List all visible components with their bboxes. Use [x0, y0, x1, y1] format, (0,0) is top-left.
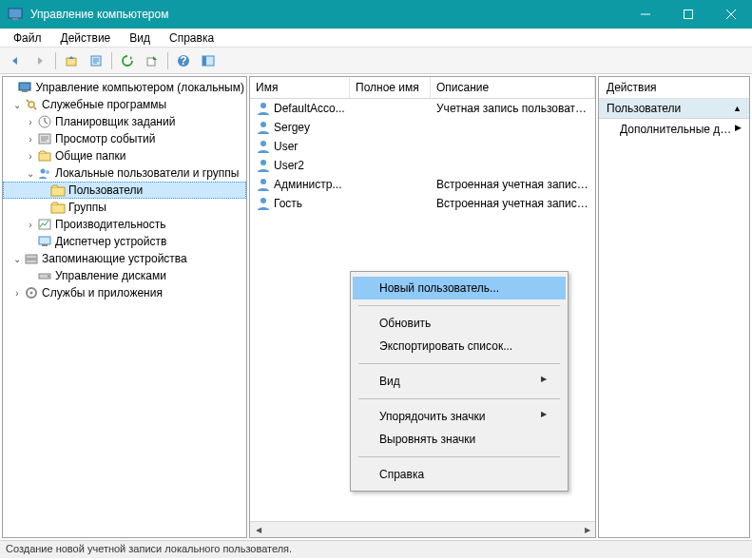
list-item[interactable]: Гость Встроенная учетная запись для ...: [250, 194, 595, 213]
ctx-arrange-icons[interactable]: Упорядочить значки▶: [353, 405, 566, 428]
tree-node-disk-management[interactable]: Управление дисками: [3, 267, 246, 284]
svg-text:?: ?: [180, 54, 186, 68]
show-hide-button[interactable]: [197, 50, 220, 71]
tree-node-storage[interactable]: ⌄ Запоминающие устройства: [3, 250, 246, 267]
ctx-help[interactable]: Справка: [353, 463, 566, 486]
svg-point-17: [46, 170, 49, 174]
tree-node-local-users-groups[interactable]: ⌄ Локальные пользователи и группы: [3, 164, 246, 182]
tree-node-performance[interactable]: › Производительность: [3, 216, 246, 233]
tree-node-groups[interactable]: Группы: [3, 199, 246, 216]
tree-node-root[interactable]: Управление компьютером (локальным): [3, 79, 246, 96]
svg-rect-18: [51, 187, 65, 196]
actions-more[interactable]: Дополнительные дей... ▶: [599, 119, 749, 140]
maximize-button[interactable]: [666, 0, 709, 29]
expander-icon[interactable]: ›: [24, 151, 37, 162]
performance-icon: [37, 217, 52, 232]
minimize-button[interactable]: [624, 0, 666, 29]
list-item[interactable]: User2: [250, 156, 595, 175]
expander-icon[interactable]: ›: [24, 134, 37, 145]
menu-action[interactable]: Действие: [51, 29, 121, 47]
svg-rect-19: [51, 204, 65, 213]
expander-icon[interactable]: ⌄: [10, 254, 24, 264]
user-icon: [256, 196, 271, 211]
services-icon: [24, 285, 39, 300]
folder-icon: [50, 200, 66, 215]
expander-icon[interactable]: ›: [10, 288, 24, 299]
ctx-align-icons[interactable]: Выровнять значки: [353, 428, 566, 451]
tree-node-task-scheduler[interactable]: › Планировщик заданий: [3, 113, 246, 130]
actions-header: Действия: [599, 77, 749, 99]
toolbar: ?: [0, 48, 752, 74]
context-menu: Новый пользователь... Обновить Экспортир…: [350, 271, 569, 492]
actions-category[interactable]: Пользователи ▲: [599, 99, 749, 119]
disk-icon: [37, 268, 52, 283]
ctx-export[interactable]: Экспортировать список...: [353, 335, 566, 357]
ctx-view[interactable]: Вид▶: [353, 370, 566, 393]
svg-point-26: [48, 276, 49, 278]
svg-rect-1: [12, 18, 18, 20]
svg-rect-9: [202, 56, 206, 66]
list-item[interactable]: Sergey: [250, 118, 595, 137]
close-button[interactable]: [709, 0, 752, 29]
chevron-right-icon: ▶: [541, 410, 547, 423]
user-icon: [256, 158, 271, 173]
tree-node-shared-folders[interactable]: › Общие папки: [3, 147, 246, 164]
user-icon: [256, 177, 271, 192]
expander-icon[interactable]: ⌄: [24, 168, 37, 179]
menu-file[interactable]: Файл: [4, 29, 51, 47]
svg-rect-21: [39, 237, 50, 244]
column-fullname[interactable]: Полное имя: [350, 77, 431, 98]
storage-icon: [24, 251, 39, 266]
horizontal-scrollbar[interactable]: ◀ ▶: [250, 521, 595, 537]
ctx-refresh[interactable]: Обновить: [353, 312, 566, 335]
separator: [111, 52, 112, 69]
svg-rect-10: [19, 83, 30, 90]
list-item[interactable]: DefaultAcco... Учетная запись пользовате…: [250, 99, 595, 118]
tree-node-users[interactable]: Пользователи: [3, 182, 246, 199]
back-button[interactable]: [4, 50, 27, 71]
separator: [358, 456, 560, 457]
scroll-left-icon[interactable]: ◀: [250, 522, 266, 538]
svg-point-32: [260, 160, 266, 165]
svg-rect-15: [39, 153, 50, 161]
menu-view[interactable]: Вид: [120, 29, 160, 47]
computer-icon: [17, 80, 32, 95]
svg-rect-3: [67, 58, 76, 66]
export-button[interactable]: [141, 50, 164, 71]
up-button[interactable]: [60, 50, 83, 71]
collapse-icon: ▲: [733, 104, 742, 113]
svg-point-12: [29, 102, 34, 107]
menu-help[interactable]: Справка: [160, 29, 223, 47]
user-icon: [256, 101, 271, 116]
tree-panel[interactable]: Управление компьютером (локальным) ⌄ Слу…: [2, 76, 247, 538]
column-name[interactable]: Имя: [250, 77, 350, 98]
tree-node-system-tools[interactable]: ⌄ Служебные программы: [3, 96, 246, 113]
tree-node-services-apps[interactable]: › Службы и приложения: [3, 284, 246, 301]
expander-icon[interactable]: ›: [24, 220, 37, 230]
menubar: Файл Действие Вид Справка: [0, 29, 752, 48]
refresh-button[interactable]: [116, 50, 139, 71]
svg-point-30: [260, 122, 266, 127]
expander-icon[interactable]: ⌄: [10, 100, 24, 110]
svg-rect-24: [26, 260, 37, 263]
svg-rect-22: [42, 244, 48, 246]
window-controls: [624, 0, 752, 29]
tree-node-event-viewer[interactable]: › Просмотр событий: [3, 130, 246, 147]
column-description[interactable]: Описание: [431, 77, 595, 98]
user-icon: [256, 120, 271, 135]
actions-panel: Действия Пользователи ▲ Дополнительные д…: [598, 76, 750, 538]
properties-button[interactable]: [85, 50, 107, 71]
svg-point-28: [30, 292, 33, 295]
folder-icon: [50, 183, 66, 198]
scroll-right-icon[interactable]: ▶: [579, 522, 595, 538]
titlebar: Управление компьютером: [0, 0, 752, 29]
list-item[interactable]: User: [250, 137, 595, 156]
expander-icon[interactable]: ›: [24, 117, 37, 127]
statusbar: Создание новой учетной записи локального…: [0, 540, 752, 558]
ctx-new-user[interactable]: Новый пользователь...: [353, 277, 566, 299]
forward-button[interactable]: [29, 50, 51, 71]
svg-point-16: [41, 169, 46, 174]
tree-node-device-manager[interactable]: Диспетчер устройств: [3, 233, 246, 250]
list-item[interactable]: Администр... Встроенная учетная запись а…: [250, 175, 595, 194]
help-button[interactable]: ?: [172, 50, 195, 71]
